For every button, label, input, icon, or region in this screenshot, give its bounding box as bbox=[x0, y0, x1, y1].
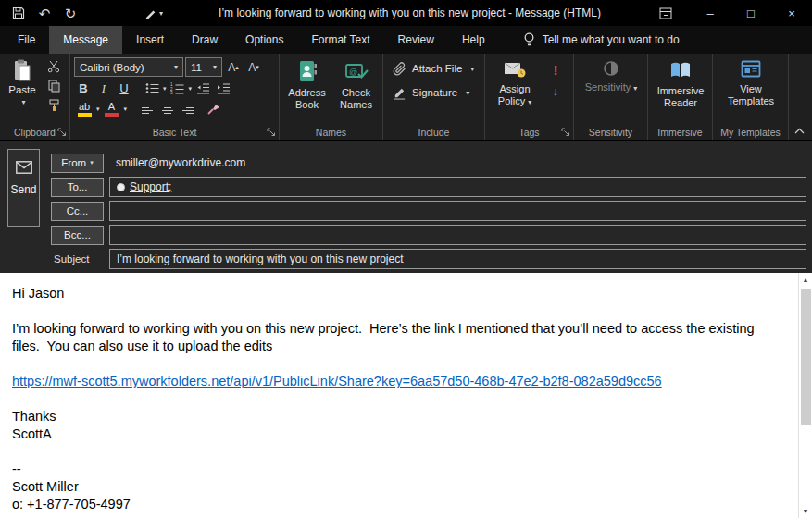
basic-text-dialog-launcher[interactable] bbox=[267, 128, 276, 137]
svg-text:@: @ bbox=[349, 68, 357, 77]
grow-font-icon[interactable]: A▴ bbox=[224, 58, 243, 76]
signature-pen-icon bbox=[393, 86, 406, 100]
pen-input-icon[interactable]: ▾ bbox=[143, 2, 165, 24]
scrollbar-thumb[interactable] bbox=[801, 289, 811, 426]
highlight-color-button[interactable]: ab bbox=[74, 102, 94, 117]
bcc-field[interactable] bbox=[109, 225, 806, 245]
sensitivity-group: Sensitivity▾ Sensitivity bbox=[574, 54, 648, 140]
decrease-indent-icon[interactable] bbox=[194, 80, 212, 97]
triangle-down-icon: ▾ bbox=[256, 64, 259, 71]
tags-group: Assign Policy▾ ! ↓ Tags bbox=[485, 54, 574, 140]
tab-help[interactable]: Help bbox=[448, 26, 499, 54]
font-size-select[interactable]: 11 ▾ bbox=[185, 57, 222, 77]
underline-button[interactable]: U bbox=[115, 80, 133, 97]
view-templates-button[interactable]: View Templates bbox=[720, 57, 781, 124]
chevron-down-icon: ▾ bbox=[633, 84, 637, 92]
tell-me-box[interactable]: Tell me what you want to do bbox=[523, 26, 680, 54]
immersive-reader-button[interactable]: Immersive Reader bbox=[652, 57, 709, 124]
signature-full-name-line: Scott Miller bbox=[12, 478, 785, 496]
basic-text-group-label: Basic Text bbox=[153, 127, 197, 138]
check-names-button[interactable]: @ Check Names bbox=[332, 57, 380, 124]
shrink-font-icon[interactable]: A▾ bbox=[244, 58, 263, 76]
signature-name-line: ScottA bbox=[12, 426, 785, 443]
paintbrush-icon[interactable] bbox=[205, 100, 223, 117]
high-importance-icon[interactable]: ! bbox=[546, 61, 565, 79]
clipboard-group: Paste ▾ Clipboard bbox=[0, 54, 70, 140]
sensitivity-label: Sensitivity bbox=[585, 81, 631, 92]
font-size-value: 11 bbox=[191, 62, 202, 73]
cc-label: Cc... bbox=[67, 205, 89, 216]
maximize-button[interactable]: □ bbox=[731, 0, 771, 26]
align-left-icon[interactable] bbox=[138, 100, 156, 117]
bullets-icon[interactable] bbox=[143, 80, 161, 97]
subject-field[interactable]: I’m looking forward to working with you … bbox=[109, 249, 806, 269]
address-book-icon bbox=[295, 59, 319, 83]
low-importance-icon[interactable]: ↓ bbox=[546, 82, 565, 100]
save-icon[interactable] bbox=[7, 2, 30, 24]
from-button[interactable]: From ▾ bbox=[51, 154, 104, 173]
copy-icon[interactable] bbox=[44, 77, 63, 94]
to-field[interactable]: Support; bbox=[109, 177, 806, 197]
svg-text:3: 3 bbox=[170, 91, 173, 94]
minimize-button[interactable]: – bbox=[690, 0, 731, 26]
bold-button[interactable]: B bbox=[74, 80, 93, 97]
tab-options[interactable]: Options bbox=[231, 26, 297, 54]
send-label: Send bbox=[10, 183, 36, 196]
tab-message[interactable]: Message bbox=[49, 26, 122, 54]
paste-button[interactable]: Paste ▾ bbox=[4, 57, 41, 124]
cut-icon[interactable] bbox=[44, 57, 63, 75]
tab-insert[interactable]: Insert bbox=[122, 26, 178, 54]
italic-button[interactable]: I bbox=[94, 80, 113, 97]
triangle-down-icon: ▾ bbox=[163, 85, 167, 92]
triangle-down-icon: ▾ bbox=[124, 105, 128, 113]
clipboard-icon bbox=[13, 59, 31, 81]
ribbon-display-options-icon[interactable] bbox=[655, 2, 677, 24]
cc-row: Cc... bbox=[51, 201, 806, 221]
scroll-down-icon[interactable]: ▼ bbox=[799, 504, 812, 518]
font-color-button[interactable]: A bbox=[102, 102, 122, 117]
redo-icon[interactable]: ↻ bbox=[59, 2, 81, 24]
clipboard-dialog-launcher[interactable] bbox=[57, 128, 67, 137]
cc-button[interactable]: Cc... bbox=[51, 202, 104, 221]
cc-field[interactable] bbox=[109, 201, 806, 221]
signature-label: Signature bbox=[412, 87, 457, 98]
send-button[interactable]: Send bbox=[7, 149, 40, 227]
bcc-button[interactable]: Bcc... bbox=[51, 226, 104, 245]
chevron-down-icon: ▾ bbox=[159, 9, 163, 18]
include-group: Attach File ▾ Signature ▾ Include bbox=[383, 54, 485, 140]
tab-format-text[interactable]: Format Text bbox=[297, 26, 383, 54]
share-link[interactable]: https://mwf-scott5.myworkfolders.net/api… bbox=[12, 374, 662, 388]
basic-text-group: Calibri (Body) ▾ 11 ▾ A▴ A▾ B I U bbox=[70, 54, 280, 140]
subject-label: Subject bbox=[51, 253, 104, 265]
increase-indent-icon[interactable] bbox=[214, 80, 232, 97]
address-book-button[interactable]: Address Book bbox=[283, 57, 331, 124]
format-painter-icon[interactable] bbox=[44, 96, 63, 114]
tab-draw[interactable]: Draw bbox=[178, 26, 231, 54]
immersive-reader-icon bbox=[669, 59, 692, 81]
presence-icon bbox=[117, 183, 125, 191]
assign-policy-label: Assign Policy bbox=[498, 83, 531, 106]
tags-dialog-launcher[interactable] bbox=[561, 128, 570, 137]
close-button[interactable]: × bbox=[771, 0, 812, 26]
font-name-select[interactable]: Calibri (Body) ▾ bbox=[74, 57, 183, 77]
quick-access-toolbar: ↶ ↻ ▾ bbox=[0, 2, 165, 24]
to-button[interactable]: To... bbox=[51, 178, 104, 197]
tab-review[interactable]: Review bbox=[384, 26, 448, 54]
collapse-ribbon-icon[interactable] bbox=[794, 128, 805, 134]
undo-icon[interactable]: ↶ bbox=[33, 2, 56, 24]
tab-file[interactable]: File bbox=[4, 26, 49, 54]
to-recipient-chip[interactable]: Support; bbox=[130, 180, 171, 193]
align-right-icon[interactable] bbox=[179, 100, 197, 117]
attach-file-button[interactable]: Attach File ▾ bbox=[387, 57, 481, 80]
names-group-label: Names bbox=[316, 127, 346, 138]
assign-policy-button[interactable]: Assign Policy▾ bbox=[489, 57, 541, 124]
sensitivity-button: Sensitivity▾ bbox=[581, 57, 641, 124]
numbering-icon[interactable]: 123 bbox=[169, 80, 187, 97]
signature-button[interactable]: Signature ▾ bbox=[387, 81, 481, 104]
body-scrollbar[interactable]: ▲ ▼ bbox=[798, 273, 812, 518]
message-body-editor[interactable]: Hi Jason I’m looking forward to working … bbox=[0, 273, 798, 518]
scroll-up-icon[interactable]: ▲ bbox=[799, 273, 812, 287]
align-center-icon[interactable] bbox=[158, 100, 177, 117]
attach-file-label: Attach File bbox=[412, 63, 462, 74]
include-group-label: Include bbox=[418, 127, 450, 138]
